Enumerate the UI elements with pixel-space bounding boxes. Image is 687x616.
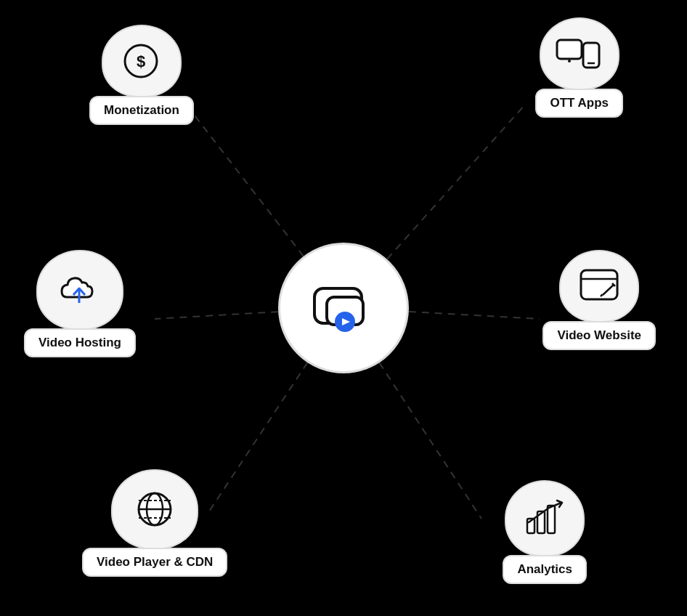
diagram: $ Monetization OTT Apps	[17, 10, 670, 606]
monetization-bubble: $	[102, 25, 182, 97]
analytics-bubble	[505, 480, 585, 556]
center-node	[278, 243, 409, 373]
node-hosting: Video Hosting	[24, 250, 136, 357]
svg-rect-28	[548, 506, 555, 533]
node-website: Video Website	[542, 250, 656, 350]
hosting-bubble	[36, 250, 123, 330]
player-label: Video Player & CDN	[82, 548, 227, 577]
svg-point-13	[568, 60, 571, 62]
svg-rect-12	[557, 40, 582, 59]
node-player: Video Player & CDN	[82, 469, 227, 577]
website-bubble	[559, 250, 639, 323]
website-label: Video Website	[542, 321, 656, 350]
player-bubble	[111, 469, 198, 549]
center-icon	[311, 283, 376, 333]
hosting-label: Video Hosting	[24, 328, 136, 357]
ott-label: OTT Apps	[535, 89, 623, 118]
svg-text:$: $	[137, 52, 145, 70]
svg-rect-17	[581, 270, 617, 299]
analytics-label: Analytics	[503, 555, 587, 584]
node-analytics: Analytics	[503, 480, 587, 584]
ott-bubble	[540, 17, 619, 90]
node-ott: OTT Apps	[535, 17, 623, 118]
node-monetization: $ Monetization	[89, 25, 194, 125]
monetization-label: Monetization	[89, 96, 194, 125]
